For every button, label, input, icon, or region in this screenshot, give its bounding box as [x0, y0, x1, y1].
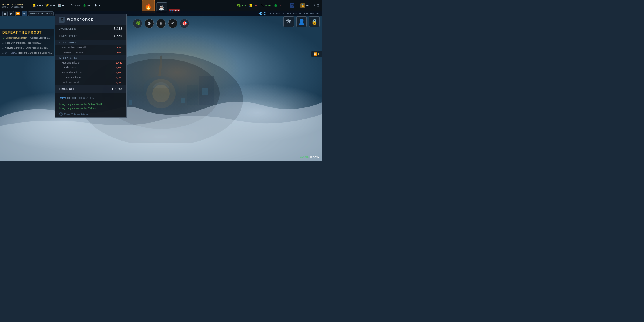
health-resource: 🏥 0	[57, 4, 64, 8]
shield-value: 10	[295, 4, 298, 7]
fast-forward-button[interactable]: ⏩	[15, 11, 20, 16]
profile-button[interactable]: 👤	[296, 16, 307, 27]
coal-resource: ⛏ 1308	[70, 4, 81, 8]
snow-landscape	[0, 88, 322, 161]
play-button[interactable]: ▶	[9, 11, 14, 16]
food-resource: 🌾 2418	[45, 4, 56, 8]
temp-marker	[269, 12, 269, 16]
watermark-rave: RAVE	[310, 155, 320, 158]
temp-350: 350	[292, 12, 296, 15]
quest-text-1: Construct Generator — Central District (…	[6, 37, 51, 40]
coal-delta: ⛏ +201	[260, 3, 271, 8]
location-info: NEW LONDON 20 SEPTEMBER 1921	[2, 3, 24, 8]
extraction-district-row: Extraction District -1,560	[55, 70, 126, 75]
research-institute-label: Research Institute	[62, 51, 83, 54]
quest-text-2: Research and cons... Injectors (1/2)	[5, 42, 42, 44]
quest-panel: DEFEAT THE FROST ✓ Construct Generator —…	[0, 29, 54, 56]
pause-button[interactable]: ⏸	[2, 11, 8, 16]
temp-390: 390	[315, 12, 319, 15]
mechanised-sawmill-label: Mechanised Sawmill	[62, 46, 86, 49]
wood-delta-value: -17	[279, 4, 282, 7]
lock-button[interactable]: 🔒	[309, 16, 320, 27]
workers-resource: 👷 5382	[32, 4, 43, 8]
wood-delta: 🌲 -17	[273, 3, 282, 8]
target-icon-button[interactable]: 🎯	[180, 19, 189, 28]
settings-icon[interactable]: ⚙	[316, 4, 320, 8]
icon-row: 🌿 ⚙ ❄ 👁 🎯	[133, 19, 189, 28]
food-delta-icon: 🌿	[237, 3, 241, 8]
quest-dot-3: ○	[2, 47, 4, 50]
snowflake-icon-button[interactable]: ❄	[156, 19, 166, 28]
top-hud: NEW LONDON 20 SEPTEMBER 1921 👷 5382 🌾 24…	[0, 0, 322, 11]
housing-district-label: Housing District	[62, 61, 80, 64]
housing-district-value: -1,440	[115, 61, 122, 64]
temp-370: 370	[304, 12, 308, 15]
iron-icon: ⚙	[94, 4, 98, 8]
coal-delta-value: +201	[265, 4, 271, 7]
right-panel: 🗺 👤 🔒	[283, 16, 322, 27]
coal-icon: ⛏	[70, 4, 74, 8]
logistics-district-label: Logistics District	[62, 81, 81, 84]
workers-delta: 👷 -14	[249, 3, 258, 8]
nature-icon-button[interactable]: 🌿	[133, 19, 142, 28]
medal-value: 45	[306, 4, 309, 7]
coal-value: 1308	[75, 4, 81, 7]
quest-item-4: ○ OPTIONAL: Researc... and build a Deep …	[0, 51, 54, 56]
industrial-district-row: Industrial District -1,200	[55, 75, 126, 80]
medal-resource: 🏅 45	[300, 3, 309, 8]
wood-delta-icon: 🌲	[273, 3, 278, 8]
workers-delta-icon: 👷	[249, 3, 253, 8]
quest-checkmark-1: ✓	[2, 37, 4, 40]
help-icon[interactable]: ?	[313, 4, 315, 8]
iron-value: 1	[99, 4, 100, 7]
research-institute-value: -400	[117, 51, 122, 54]
temp-380: 380	[309, 12, 313, 15]
tutorial-text: Press [T] to see tutorial	[64, 113, 88, 115]
industrial-district-label: Industrial District	[62, 76, 81, 79]
temp-310: 310	[270, 12, 274, 15]
corner-icons: ? ⚙	[313, 4, 320, 8]
coal-delta-icon: ⛏	[260, 3, 265, 8]
research-institute-row: Research Institute -400	[55, 50, 126, 55]
quest-item-3: ○ Activate Surplus I... Oil to reach Hea…	[0, 46, 54, 51]
workers-delta-value: -14	[254, 4, 258, 7]
workers-icon: 👷	[32, 4, 36, 8]
overall-row: OVERALL 10,078	[55, 85, 126, 93]
extraction-district-value: -1,560	[115, 71, 122, 74]
temperature-bar: ⏸ ▶ ⏩ ⏭ WEEK ??? • DAY ?? -40°C 310 320 …	[0, 11, 322, 16]
temp-330: 330	[281, 12, 285, 15]
faster-button[interactable]: ⏭	[22, 11, 27, 16]
food-delta: 🌿 +31	[237, 3, 246, 8]
map-button[interactable]: 🗺	[283, 16, 294, 27]
week-badge: WEEK ??? • DAY ??	[28, 11, 54, 16]
quest-dot-2: ○	[2, 42, 4, 45]
medal-icon: 🏅	[300, 3, 305, 8]
food-district-row: Food District -1,560	[55, 65, 126, 70]
health-value: 0	[62, 4, 64, 7]
gear-icon-button[interactable]: ⚙	[145, 19, 154, 28]
food-delta-value: +31	[242, 4, 246, 7]
industrial-district-value: -1,200	[115, 76, 122, 79]
logistics-district-row: Logistics District -1,200	[55, 80, 126, 85]
temperature-section: -40°C 310 320 330 340 350 360 370 380 39…	[258, 12, 320, 15]
quest-item-2: ○ Research and cons... Injectors (1/2)	[0, 41, 54, 46]
modifier-rallies-text: Marginally increased by Rallies	[59, 107, 96, 110]
workers-value: 5382	[37, 4, 43, 7]
temp-320: 320	[275, 12, 279, 15]
available-label: AVAILABLE:	[59, 27, 77, 30]
eye-icon-button[interactable]: 👁	[168, 19, 177, 28]
shield-icon: 🛡	[290, 3, 294, 8]
city-name: NEW LONDON	[2, 3, 24, 6]
speed-indicator: ⏩ 1	[311, 51, 322, 57]
employed-label: EMPLOYED:	[59, 35, 78, 37]
workforce-icon: ⚙	[59, 17, 65, 23]
right-hud: 🌿 +31 👷 -14 ⛏ +201 🌲 -17 🛡 10 🏅 45 ? ⚙	[237, 2, 320, 9]
available-row: AVAILABLE: 2,418	[55, 25, 126, 32]
districts-header: DISTRICTS:	[55, 55, 126, 60]
employed-value: 7,660	[114, 34, 122, 38]
temperature-value: -40°C	[258, 12, 266, 15]
wood-resource: 🌲 651	[83, 4, 92, 8]
temp-340: 340	[287, 12, 291, 15]
mechanised-sawmill-value: -300	[117, 46, 122, 49]
quest-dot-4: ○	[2, 52, 4, 55]
